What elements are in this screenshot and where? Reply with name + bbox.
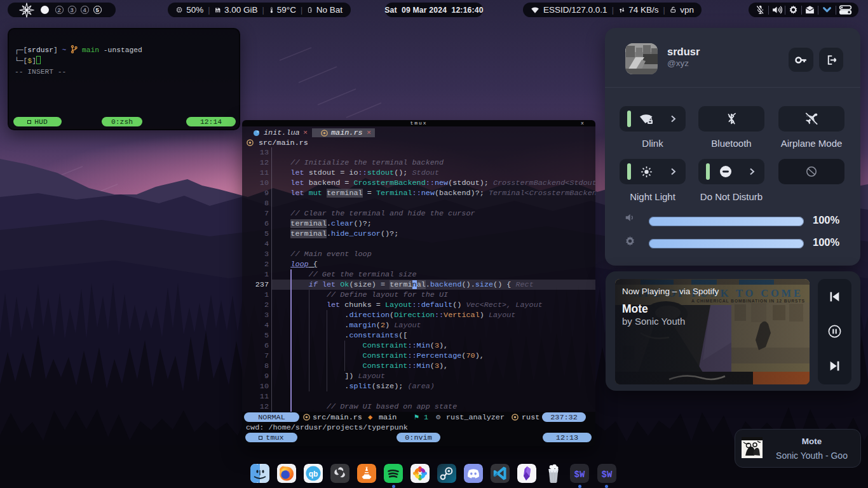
svg-text:qb: qb (309, 470, 318, 478)
svg-text:$W: $W (574, 470, 585, 480)
svg-text:$W: $W (602, 470, 613, 480)
